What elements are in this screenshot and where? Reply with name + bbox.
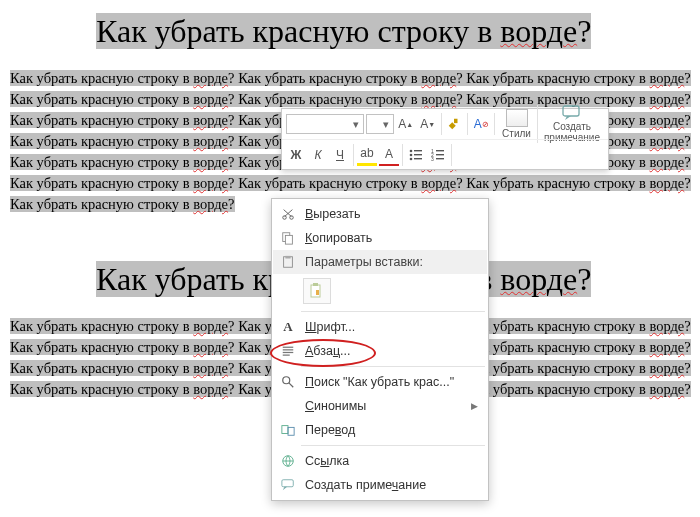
menu-smart-lookup-label: Поиск "Как убрать крас..."	[299, 375, 481, 389]
heading-1[interactable]: Как убрать красную строку в ворде?	[96, 13, 591, 49]
increase-font-icon[interactable]: A▲	[396, 113, 416, 135]
mini-toolbar: ▾ ▾ A▲ A▼ A⊘ Стили Создать примечание Ж …	[281, 108, 609, 170]
font-icon: A	[277, 319, 299, 335]
numbering-button[interactable]: 123	[428, 144, 448, 166]
svg-rect-11	[436, 154, 444, 155]
styles-button[interactable]: Стили	[498, 109, 535, 139]
svg-rect-0	[454, 119, 458, 123]
svg-rect-27	[282, 426, 288, 434]
svg-rect-23	[283, 349, 294, 350]
comment-icon	[562, 105, 582, 121]
svg-rect-5	[414, 154, 422, 155]
new-comment-button[interactable]: Создать примечание	[537, 105, 604, 143]
menu-synonyms[interactable]: Синонимы ▶	[273, 394, 487, 418]
menu-link-label: Ссылка	[299, 454, 481, 468]
menu-cut-label: Вырезать	[299, 207, 481, 221]
svg-rect-30	[282, 480, 293, 487]
clipboard-icon	[277, 255, 299, 269]
bullets-button[interactable]	[406, 144, 426, 166]
svg-rect-7	[414, 158, 422, 159]
submenu-arrow-icon: ▶	[471, 401, 481, 411]
scissors-icon	[277, 207, 299, 221]
svg-rect-28	[288, 427, 294, 435]
copy-icon	[277, 231, 299, 245]
svg-rect-9	[436, 150, 444, 151]
menu-synonyms-label: Синонимы	[299, 399, 471, 413]
menu-paragraph[interactable]: Абзац...	[273, 339, 487, 363]
underline-button[interactable]: Ч	[330, 144, 350, 166]
paste-keep-formatting-button[interactable]	[303, 278, 331, 304]
svg-rect-13	[436, 158, 444, 159]
menu-paragraph-label: Абзац...	[299, 344, 481, 358]
paste-options-row	[273, 274, 487, 308]
font-color-button[interactable]: A	[379, 144, 399, 166]
search-icon	[277, 375, 299, 389]
context-menu: Вырезать Копировать Параметры вставки: A…	[271, 198, 489, 501]
bold-button[interactable]: Ж	[286, 144, 306, 166]
svg-rect-3	[414, 150, 422, 151]
svg-point-2	[410, 149, 413, 152]
menu-new-comment-label: Создать примечание	[299, 478, 481, 492]
comment-icon	[277, 478, 299, 492]
svg-rect-19	[285, 256, 290, 259]
menu-link[interactable]: Ссылка	[273, 449, 487, 473]
clear-format-icon[interactable]: A⊘	[471, 113, 491, 135]
format-painter-icon[interactable]	[444, 113, 464, 135]
font-family-dropdown[interactable]: ▾	[286, 114, 364, 134]
menu-paste-options-label: Параметры вставки:	[273, 250, 487, 274]
menu-translate-label: Перевод	[299, 423, 481, 437]
menu-cut[interactable]: Вырезать	[273, 202, 487, 226]
heading-1-wrap: Как убрать красную строку в ворде?	[96, 12, 690, 50]
svg-rect-24	[283, 352, 294, 353]
svg-rect-25	[283, 355, 290, 356]
decrease-font-icon[interactable]: A▼	[418, 113, 438, 135]
font-size-dropdown[interactable]: ▾	[366, 114, 394, 134]
menu-font[interactable]: A Шрифт...	[273, 315, 487, 339]
svg-rect-1	[563, 106, 579, 116]
menu-new-comment[interactable]: Создать примечание	[273, 473, 487, 497]
highlight-color-button[interactable]: ab	[357, 144, 377, 166]
translate-icon	[277, 423, 299, 437]
menu-smart-lookup[interactable]: Поиск "Как убрать крас..."	[273, 370, 487, 394]
svg-point-6	[410, 157, 413, 160]
svg-rect-21	[313, 283, 318, 286]
paragraph-icon	[277, 344, 299, 358]
svg-point-4	[410, 153, 413, 156]
menu-copy-label: Копировать	[299, 231, 481, 245]
link-icon	[277, 454, 299, 468]
svg-text:3: 3	[431, 156, 434, 161]
svg-rect-17	[285, 235, 292, 244]
menu-font-label: Шрифт...	[299, 320, 481, 334]
svg-rect-22	[283, 347, 294, 348]
menu-copy[interactable]: Копировать	[273, 226, 487, 250]
menu-translate[interactable]: Перевод	[273, 418, 487, 442]
svg-point-26	[283, 377, 290, 384]
italic-button[interactable]: К	[308, 144, 328, 166]
